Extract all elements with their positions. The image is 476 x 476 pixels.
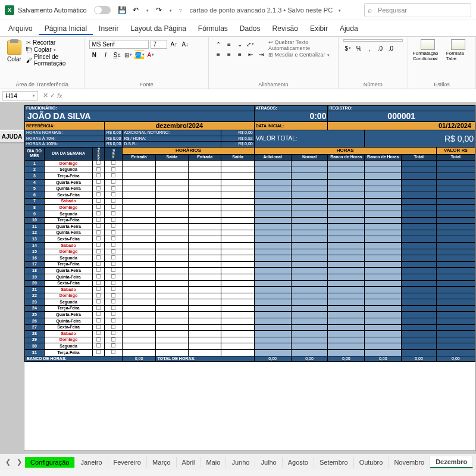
feriado-checkbox[interactable]	[93, 230, 105, 236]
saida1-cell[interactable]	[155, 293, 188, 299]
banco1-cell[interactable]	[328, 331, 365, 337]
entrada2-cell[interactable]	[189, 255, 221, 262]
tab-abril[interactable]: Abril	[177, 457, 201, 468]
saida1-cell[interactable]	[155, 186, 188, 192]
falta-checkbox[interactable]	[105, 305, 123, 312]
adicional-cell[interactable]	[254, 343, 291, 350]
banco2-cell[interactable]	[365, 318, 402, 325]
align-top-button[interactable]: ⌃	[214, 39, 223, 49]
falta-checkbox[interactable]	[105, 192, 123, 199]
redo-icon[interactable]: ↷	[154, 5, 164, 15]
formula-input[interactable]	[62, 90, 476, 101]
falta-checkbox[interactable]	[105, 274, 123, 280]
entrada2-cell[interactable]	[189, 318, 221, 325]
adicional-cell[interactable]	[254, 268, 291, 274]
banco2-cell[interactable]	[365, 205, 402, 211]
italic-button[interactable]: I	[101, 50, 110, 60]
saida2-cell[interactable]	[221, 180, 254, 186]
saida2-cell[interactable]	[221, 230, 254, 236]
banco2-cell[interactable]	[365, 324, 402, 331]
worksheet[interactable]: FUNCIONÁRIO: ATRASOS: REGISTRO: JOÃO DA …	[24, 105, 476, 451]
font-color-button[interactable]: A	[146, 50, 155, 60]
saida1-cell[interactable]	[155, 305, 188, 312]
saida1-cell[interactable]	[155, 249, 188, 255]
falta-checkbox[interactable]	[105, 268, 123, 274]
banco1-cell[interactable]	[328, 274, 365, 280]
banco1-cell[interactable]	[328, 211, 365, 217]
banco1-cell[interactable]	[328, 255, 365, 262]
copy-button[interactable]: ⿻Copiar	[26, 46, 79, 53]
wrap-text-button[interactable]: ↩ Quebrar Texto Automaticamente	[268, 39, 333, 51]
feriado-checkbox[interactable]	[93, 312, 105, 318]
falta-checkbox[interactable]	[105, 280, 123, 287]
normal-cell[interactable]	[291, 230, 328, 236]
indent-inc-button[interactable]: ⇥	[256, 49, 266, 59]
bold-button[interactable]: N	[89, 50, 99, 60]
normal-cell[interactable]	[291, 180, 328, 186]
normal-cell[interactable]	[291, 211, 328, 217]
feriado-checkbox[interactable]	[93, 167, 105, 173]
adicional-cell[interactable]	[254, 287, 291, 293]
feriado-checkbox[interactable]	[93, 173, 105, 180]
saida2-cell[interactable]	[221, 343, 254, 350]
normal-cell[interactable]	[291, 242, 328, 249]
falta-checkbox[interactable]	[105, 236, 123, 243]
entrada2-cell[interactable]	[189, 217, 221, 224]
entrada1-cell[interactable]	[123, 343, 155, 350]
feriado-checkbox[interactable]	[93, 350, 105, 356]
saida1-cell[interactable]	[155, 173, 188, 180]
entrada1-cell[interactable]	[123, 205, 155, 211]
adicional-cell[interactable]	[254, 249, 291, 255]
saida2-cell[interactable]	[221, 186, 254, 192]
banco1-cell[interactable]	[328, 173, 365, 180]
banco2-cell[interactable]	[365, 249, 402, 255]
saida1-cell[interactable]	[155, 230, 188, 236]
normal-cell[interactable]	[291, 255, 328, 262]
banco2-cell[interactable]	[365, 337, 402, 343]
saida2-cell[interactable]	[221, 268, 254, 274]
banco2-cell[interactable]	[365, 255, 402, 262]
saida2-cell[interactable]	[221, 293, 254, 299]
adicional-cell[interactable]	[254, 261, 291, 268]
saida1-cell[interactable]	[155, 299, 188, 306]
entrada2-cell[interactable]	[189, 249, 221, 255]
tab-janeiro[interactable]: Janeiro	[75, 457, 108, 468]
painter-button[interactable]: 🖌Pincel de Formatação	[26, 54, 79, 67]
adicional-cell[interactable]	[254, 224, 291, 230]
adicional-cell[interactable]	[254, 236, 291, 243]
saida1-cell[interactable]	[155, 255, 188, 262]
banco2-cell[interactable]	[365, 274, 402, 280]
falta-checkbox[interactable]	[105, 186, 123, 192]
border-button[interactable]: ⊞	[123, 50, 133, 60]
align-bot-button[interactable]: ⌄	[235, 39, 245, 49]
normal-cell[interactable]	[291, 299, 328, 306]
normal-cell[interactable]	[291, 217, 328, 224]
falta-checkbox[interactable]	[105, 293, 123, 299]
entrada2-cell[interactable]	[189, 287, 221, 293]
banco1-cell[interactable]	[328, 324, 365, 331]
entrada2-cell[interactable]	[189, 161, 221, 167]
saida2-cell[interactable]	[221, 261, 254, 268]
entrada1-cell[interactable]	[123, 198, 155, 205]
banco2-cell[interactable]	[365, 161, 402, 167]
merge-button[interactable]: ⊞ Mesclar e Centralizar	[268, 52, 333, 58]
saida2-cell[interactable]	[221, 205, 254, 211]
falta-checkbox[interactable]	[105, 211, 123, 217]
banco2-cell[interactable]	[365, 280, 402, 287]
banco2-cell[interactable]	[365, 173, 402, 180]
entrada2-cell[interactable]	[189, 343, 221, 350]
falta-checkbox[interactable]	[105, 205, 123, 211]
normal-cell[interactable]	[291, 261, 328, 268]
falta-checkbox[interactable]	[105, 331, 123, 337]
saida1-cell[interactable]	[155, 343, 188, 350]
banco1-cell[interactable]	[328, 287, 365, 293]
saida2-cell[interactable]	[221, 299, 254, 306]
banco2-cell[interactable]	[365, 268, 402, 274]
adicional-cell[interactable]	[254, 280, 291, 287]
entrada2-cell[interactable]	[189, 167, 221, 173]
adicional-cell[interactable]	[254, 167, 291, 173]
adicional-cell[interactable]	[254, 350, 291, 356]
saida1-cell[interactable]	[155, 236, 188, 243]
entrada1-cell[interactable]	[123, 217, 155, 224]
entrada1-cell[interactable]	[123, 211, 155, 217]
